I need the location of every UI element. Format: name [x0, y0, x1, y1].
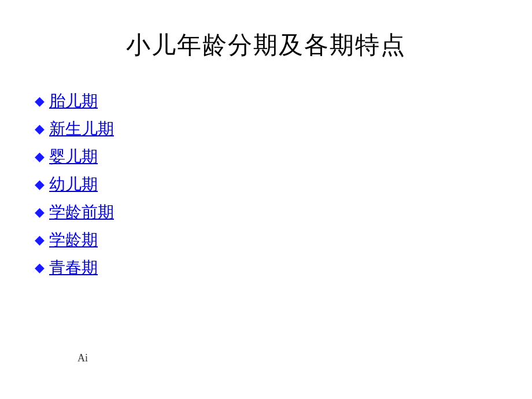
menu-list: ◆胎儿期◆新生儿期◆婴儿期◆幼儿期◆学龄前期◆学龄期◆青春期: [35, 90, 497, 285]
slide-title: 小儿年龄分期及各期特点: [35, 29, 497, 61]
bullet-icon-preschool: ◆: [35, 205, 45, 220]
menu-link-school[interactable]: 学龄期: [49, 229, 98, 251]
bullet-icon-puberty: ◆: [35, 260, 45, 275]
menu-link-puberty[interactable]: 青春期: [49, 257, 98, 279]
menu-link-infant[interactable]: 婴儿期: [49, 146, 98, 168]
menu-link-newborn[interactable]: 新生儿期: [49, 118, 114, 140]
menu-item-preschool: ◆学龄前期: [35, 201, 497, 223]
menu-item-toddler: ◆幼儿期: [35, 173, 497, 195]
bullet-icon-infant: ◆: [35, 149, 45, 164]
bullet-icon-fetal: ◆: [35, 94, 45, 109]
menu-item-infant: ◆婴儿期: [35, 146, 497, 168]
menu-item-fetal: ◆胎儿期: [35, 90, 497, 112]
menu-link-toddler[interactable]: 幼儿期: [49, 173, 98, 195]
menu-item-school: ◆学龄期: [35, 229, 497, 251]
slide-container: 小儿年龄分期及各期特点 ◆胎儿期◆新生儿期◆婴儿期◆幼儿期◆学龄前期◆学龄期◆青…: [0, 0, 532, 399]
menu-link-preschool[interactable]: 学龄前期: [49, 201, 114, 223]
bullet-icon-newborn: ◆: [35, 121, 45, 136]
bullet-icon-school: ◆: [35, 232, 45, 247]
menu-link-fetal[interactable]: 胎儿期: [49, 90, 98, 112]
menu-item-newborn: ◆新生儿期: [35, 118, 497, 140]
menu-item-puberty: ◆青春期: [35, 257, 497, 279]
bullet-icon-toddler: ◆: [35, 177, 45, 192]
bottom-label: Ai: [77, 352, 88, 364]
